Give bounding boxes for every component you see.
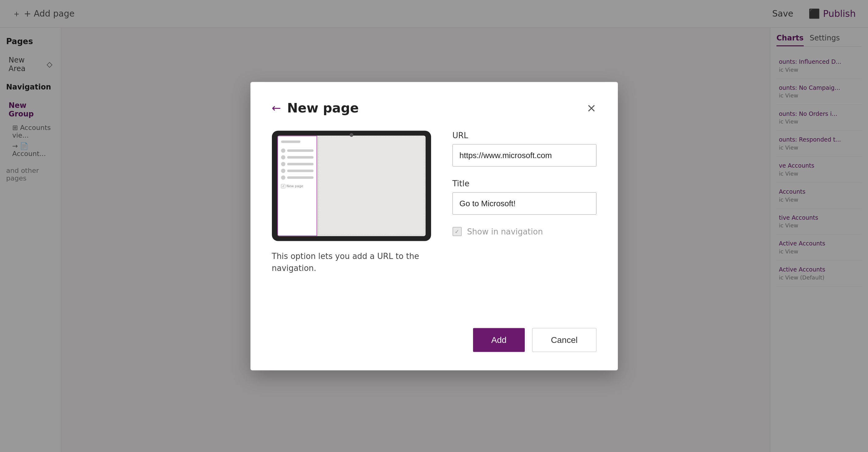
tablet-nav-item — [281, 175, 313, 179]
tablet-newpage-item: ↺ New page — [281, 184, 313, 188]
tablet-sidebar: ↺ New page — [277, 136, 317, 236]
title-input[interactable] — [453, 192, 596, 215]
check-icon: ✓ — [455, 228, 459, 235]
tablet-nav-item — [281, 148, 313, 152]
back-button[interactable]: ← — [272, 102, 281, 114]
modal-left-panel: ↺ New page This option lets you add a UR… — [272, 131, 431, 352]
title-label: Title — [453, 179, 596, 188]
modal-footer: Add Cancel — [453, 328, 596, 352]
show-in-navigation-row: ✓ Show in navigation — [453, 227, 596, 236]
modal-title: New page — [287, 100, 359, 115]
url-label: URL — [453, 131, 596, 140]
show-in-navigation-checkbox[interactable]: ✓ — [453, 227, 462, 236]
show-in-navigation-label: Show in navigation — [467, 227, 543, 236]
url-input[interactable] — [453, 144, 596, 166]
new-page-modal: ← New page × — [250, 82, 618, 370]
close-button[interactable]: × — [587, 102, 596, 114]
tablet-sidebar-header — [281, 140, 301, 143]
modal-description: This option lets you add a URL to the na… — [272, 250, 431, 274]
tablet-nav-item — [281, 169, 313, 173]
tablet-newpage-label: New page — [286, 184, 303, 188]
tablet-nav-item — [281, 162, 313, 166]
modal-right-panel: URL Title ✓ Show in navigation Add Cance… — [453, 131, 596, 352]
tablet-preview: ↺ New page — [272, 131, 431, 241]
tablet-inner: ↺ New page — [277, 136, 426, 236]
modal-header: ← New page × — [272, 100, 596, 115]
tablet-content-area — [318, 137, 424, 235]
tablet-nav-item — [281, 155, 313, 159]
modal-body: ↺ New page This option lets you add a UR… — [272, 131, 596, 352]
tablet-camera — [350, 133, 353, 137]
add-button[interactable]: Add — [473, 328, 525, 352]
cancel-button[interactable]: Cancel — [532, 328, 596, 352]
